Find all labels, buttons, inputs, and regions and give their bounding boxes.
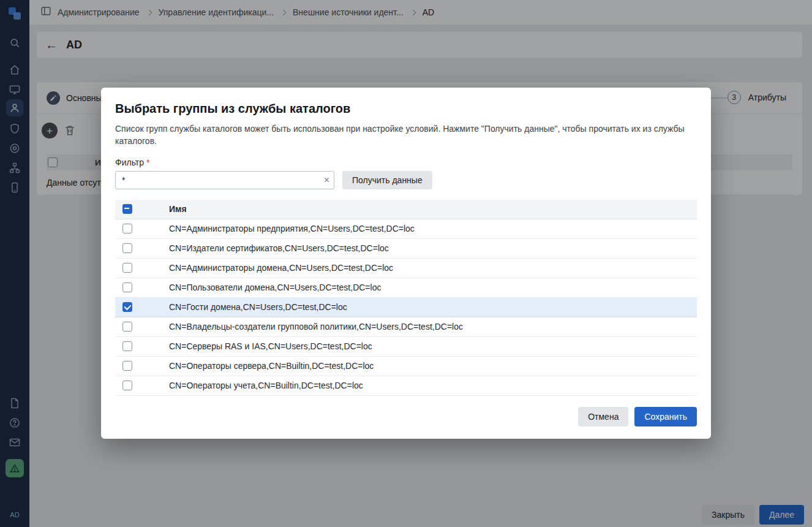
select-all-checkbox[interactable] [122,204,132,214]
group-name: CN=Операторы учета,CN=Builtin,DC=test,DC… [169,381,363,390]
group-row[interactable]: CN=Пользователи домена,CN=Users,DC=test,… [115,278,697,298]
checkbox-cell [115,341,169,351]
group-name: CN=Издатели сертификатов,CN=Users,DC=tes… [169,243,389,253]
required-asterisk: * [146,157,149,167]
modal-title: Выбрать группы из службы каталогов [115,100,697,116]
filter-input[interactable] [115,171,334,189]
checkbox-cell [115,224,169,233]
filter-input-wrap: × [115,171,334,189]
group-name: CN=Администраторы домена,CN=Users,DC=tes… [169,263,393,273]
checkbox-cell [115,302,169,312]
fetch-data-button[interactable]: Получить данные [342,171,432,189]
group-name: CN=Администраторы предприятия,CN=Users,D… [169,224,415,233]
row-checkbox[interactable] [122,361,132,371]
checkbox-cell [115,381,169,390]
filter-row: × Получить данные [115,171,697,189]
group-name: CN=Владельцы-создатели групповой политик… [169,322,463,332]
group-name: CN=Серверы RAS и IAS,CN=Users,DC=test,DC… [169,341,372,351]
group-name: CN=Пользователи домена,CN=Users,DC=test,… [169,282,381,292]
group-name: CN=Гости домена,CN=Users,DC=test,DC=loc [169,302,347,312]
checkbox-cell [115,243,169,253]
row-checkbox[interactable] [122,263,132,273]
filter-label: Фильтр* [115,157,697,167]
checkbox-cell [115,282,169,292]
checkbox-cell [115,361,169,371]
row-checkbox[interactable] [122,282,132,292]
group-row[interactable]: CN=Операторы сервера,CN=Builtin,DC=test,… [115,357,697,376]
groups-table-header: Имя [115,200,697,219]
row-checkbox[interactable] [122,243,132,253]
row-checkbox[interactable] [122,224,132,233]
group-row[interactable]: CN=Серверы RAS и IAS,CN=Users,DC=test,DC… [115,337,697,357]
modal-footer: Отмена Сохранить [578,407,697,427]
row-checkbox[interactable] [122,341,132,351]
row-checkbox[interactable] [122,302,132,312]
group-row[interactable]: CN=Владельцы-создатели групповой политик… [115,317,697,337]
clear-input-icon[interactable]: × [324,175,329,185]
row-checkbox[interactable] [122,322,132,332]
column-header-name: Имя [169,204,187,214]
checkbox-cell [115,322,169,332]
cancel-button[interactable]: Отмена [578,407,628,427]
group-row[interactable]: CN=Операторы учета,CN=Builtin,DC=test,DC… [115,376,697,396]
group-row[interactable]: CN=Администраторы домена,CN=Users,DC=tes… [115,259,697,278]
groups-table: Имя CN=Администраторы предприятия,CN=Use… [115,200,697,396]
group-row[interactable]: CN=Издатели сертификатов,CN=Users,DC=tes… [115,239,697,259]
row-checkbox[interactable] [122,381,132,390]
save-button[interactable]: Сохранить [634,407,697,427]
select-groups-modal: Выбрать группы из службы каталогов Списо… [101,88,711,439]
group-row[interactable]: CN=Гости домена,CN=Users,DC=test,DC=loc [115,298,697,317]
modal-description: Список групп службы каталогов может быть… [115,123,690,148]
checkbox-cell [115,263,169,273]
group-name: CN=Операторы сервера,CN=Builtin,DC=test,… [169,361,374,371]
filter-label-text: Фильтр [115,157,144,167]
app-root: AD Администрирование Управление идентифи… [0,0,812,527]
group-row[interactable]: CN=Администраторы предприятия,CN=Users,D… [115,219,697,239]
header-checkbox-cell [115,204,169,214]
